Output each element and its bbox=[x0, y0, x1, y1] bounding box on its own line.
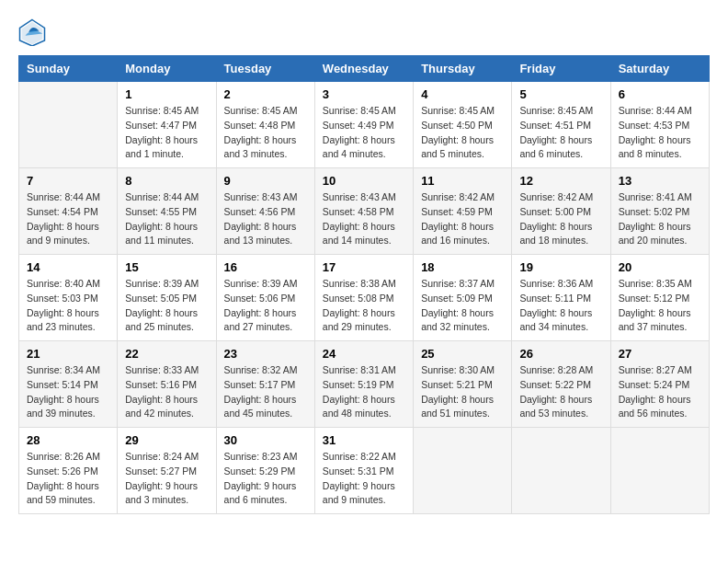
day-number: 6 bbox=[619, 87, 701, 101]
day-number: 18 bbox=[421, 260, 504, 274]
day-number: 2 bbox=[224, 87, 307, 101]
day-info: Sunrise: 8:33 AMSunset: 5:16 PMDaylight:… bbox=[125, 363, 208, 421]
calendar-week-row: 7Sunrise: 8:44 AMSunset: 4:54 PMDaylight… bbox=[19, 168, 710, 255]
day-info: Sunrise: 8:34 AMSunset: 5:14 PMDaylight:… bbox=[27, 363, 109, 421]
day-info: Sunrise: 8:43 AMSunset: 4:56 PMDaylight:… bbox=[224, 190, 307, 248]
day-info: Sunrise: 8:39 AMSunset: 5:06 PMDaylight:… bbox=[224, 277, 307, 335]
calendar-cell: 11Sunrise: 8:42 AMSunset: 4:59 PMDayligh… bbox=[414, 168, 512, 255]
day-info: Sunrise: 8:37 AMSunset: 5:09 PMDaylight:… bbox=[421, 277, 504, 335]
day-number: 10 bbox=[323, 174, 405, 188]
day-info: Sunrise: 8:44 AMSunset: 4:53 PMDaylight:… bbox=[619, 104, 701, 162]
calendar-cell: 21Sunrise: 8:34 AMSunset: 5:14 PMDayligh… bbox=[19, 341, 118, 428]
day-number: 23 bbox=[224, 347, 307, 361]
day-number: 4 bbox=[421, 87, 504, 101]
day-info: Sunrise: 8:23 AMSunset: 5:29 PMDaylight:… bbox=[224, 450, 307, 508]
calendar-week-row: 21Sunrise: 8:34 AMSunset: 5:14 PMDayligh… bbox=[19, 341, 710, 428]
day-number: 30 bbox=[224, 433, 307, 447]
calendar-cell: 12Sunrise: 8:42 AMSunset: 5:00 PMDayligh… bbox=[512, 168, 610, 255]
day-number: 11 bbox=[421, 174, 504, 188]
day-number: 15 bbox=[125, 260, 208, 274]
day-number: 5 bbox=[519, 87, 602, 101]
calendar-cell: 16Sunrise: 8:39 AMSunset: 5:06 PMDayligh… bbox=[216, 255, 314, 341]
calendar-table: SundayMondayTuesdayWednesdayThursdayFrid… bbox=[18, 55, 710, 514]
day-info: Sunrise: 8:43 AMSunset: 4:58 PMDaylight:… bbox=[323, 190, 405, 248]
day-info: Sunrise: 8:27 AMSunset: 5:24 PMDaylight:… bbox=[619, 363, 701, 421]
calendar-cell: 8Sunrise: 8:44 AMSunset: 4:55 PMDaylight… bbox=[118, 168, 216, 255]
day-number: 25 bbox=[421, 347, 504, 361]
calendar-cell bbox=[414, 428, 512, 514]
day-info: Sunrise: 8:41 AMSunset: 5:02 PMDaylight:… bbox=[619, 190, 701, 248]
calendar-cell bbox=[512, 428, 610, 514]
calendar-cell bbox=[610, 428, 709, 514]
calendar-cell: 15Sunrise: 8:39 AMSunset: 5:05 PMDayligh… bbox=[118, 255, 216, 341]
calendar-header-row: SundayMondayTuesdayWednesdayThursdayFrid… bbox=[19, 56, 710, 82]
calendar-cell: 7Sunrise: 8:44 AMSunset: 4:54 PMDaylight… bbox=[19, 168, 118, 255]
day-info: Sunrise: 8:28 AMSunset: 5:22 PMDaylight:… bbox=[519, 363, 602, 421]
calendar-cell bbox=[19, 82, 118, 168]
day-number: 19 bbox=[519, 260, 602, 274]
day-number: 26 bbox=[519, 347, 602, 361]
day-info: Sunrise: 8:45 AMSunset: 4:51 PMDaylight:… bbox=[519, 104, 602, 162]
day-info: Sunrise: 8:22 AMSunset: 5:31 PMDaylight:… bbox=[323, 450, 405, 508]
calendar-cell: 1Sunrise: 8:45 AMSunset: 4:47 PMDaylight… bbox=[118, 82, 216, 168]
calendar-week-row: 1Sunrise: 8:45 AMSunset: 4:47 PMDaylight… bbox=[19, 82, 710, 168]
day-number: 24 bbox=[323, 347, 405, 361]
logo-icon bbox=[18, 18, 46, 46]
day-number: 21 bbox=[27, 347, 109, 361]
logo bbox=[18, 18, 50, 46]
day-info: Sunrise: 8:45 AMSunset: 4:48 PMDaylight:… bbox=[224, 104, 307, 162]
day-number: 3 bbox=[323, 87, 405, 101]
calendar-cell: 18Sunrise: 8:37 AMSunset: 5:09 PMDayligh… bbox=[414, 255, 512, 341]
day-number: 31 bbox=[323, 433, 405, 447]
day-info: Sunrise: 8:44 AMSunset: 4:54 PMDaylight:… bbox=[27, 190, 109, 248]
day-number: 12 bbox=[519, 174, 602, 188]
day-info: Sunrise: 8:26 AMSunset: 5:26 PMDaylight:… bbox=[27, 450, 109, 508]
day-of-week-header: Sunday bbox=[19, 56, 118, 82]
day-info: Sunrise: 8:38 AMSunset: 5:08 PMDaylight:… bbox=[323, 277, 405, 335]
calendar-cell: 30Sunrise: 8:23 AMSunset: 5:29 PMDayligh… bbox=[216, 428, 314, 514]
day-of-week-header: Friday bbox=[512, 56, 610, 82]
calendar-cell: 2Sunrise: 8:45 AMSunset: 4:48 PMDaylight… bbox=[216, 82, 314, 168]
day-info: Sunrise: 8:44 AMSunset: 4:55 PMDaylight:… bbox=[125, 190, 208, 248]
day-info: Sunrise: 8:45 AMSunset: 4:50 PMDaylight:… bbox=[421, 104, 504, 162]
calendar-cell: 26Sunrise: 8:28 AMSunset: 5:22 PMDayligh… bbox=[512, 341, 610, 428]
calendar-cell: 31Sunrise: 8:22 AMSunset: 5:31 PMDayligh… bbox=[314, 428, 413, 514]
calendar-cell: 3Sunrise: 8:45 AMSunset: 4:49 PMDaylight… bbox=[314, 82, 413, 168]
day-number: 29 bbox=[125, 433, 208, 447]
page-header bbox=[18, 18, 710, 46]
calendar-cell: 24Sunrise: 8:31 AMSunset: 5:19 PMDayligh… bbox=[314, 341, 413, 428]
calendar-cell: 20Sunrise: 8:35 AMSunset: 5:12 PMDayligh… bbox=[610, 255, 709, 341]
calendar-week-row: 28Sunrise: 8:26 AMSunset: 5:26 PMDayligh… bbox=[19, 428, 710, 514]
day-number: 27 bbox=[619, 347, 701, 361]
calendar-cell: 19Sunrise: 8:36 AMSunset: 5:11 PMDayligh… bbox=[512, 255, 610, 341]
calendar-cell: 6Sunrise: 8:44 AMSunset: 4:53 PMDaylight… bbox=[610, 82, 709, 168]
calendar-cell: 5Sunrise: 8:45 AMSunset: 4:51 PMDaylight… bbox=[512, 82, 610, 168]
calendar-cell: 23Sunrise: 8:32 AMSunset: 5:17 PMDayligh… bbox=[216, 341, 314, 428]
day-info: Sunrise: 8:45 AMSunset: 4:49 PMDaylight:… bbox=[323, 104, 405, 162]
calendar-week-row: 14Sunrise: 8:40 AMSunset: 5:03 PMDayligh… bbox=[19, 255, 710, 341]
calendar-cell: 17Sunrise: 8:38 AMSunset: 5:08 PMDayligh… bbox=[314, 255, 413, 341]
day-number: 13 bbox=[619, 174, 701, 188]
day-info: Sunrise: 8:42 AMSunset: 5:00 PMDaylight:… bbox=[519, 190, 602, 248]
day-number: 16 bbox=[224, 260, 307, 274]
day-number: 1 bbox=[125, 87, 208, 101]
calendar-cell: 28Sunrise: 8:26 AMSunset: 5:26 PMDayligh… bbox=[19, 428, 118, 514]
day-info: Sunrise: 8:30 AMSunset: 5:21 PMDaylight:… bbox=[421, 363, 504, 421]
day-number: 17 bbox=[323, 260, 405, 274]
day-of-week-header: Saturday bbox=[610, 56, 709, 82]
day-info: Sunrise: 8:42 AMSunset: 4:59 PMDaylight:… bbox=[421, 190, 504, 248]
day-of-week-header: Thursday bbox=[414, 56, 512, 82]
calendar-cell: 27Sunrise: 8:27 AMSunset: 5:24 PMDayligh… bbox=[610, 341, 709, 428]
day-number: 20 bbox=[619, 260, 701, 274]
day-info: Sunrise: 8:24 AMSunset: 5:27 PMDaylight:… bbox=[125, 450, 208, 508]
calendar-cell: 25Sunrise: 8:30 AMSunset: 5:21 PMDayligh… bbox=[414, 341, 512, 428]
calendar-cell: 10Sunrise: 8:43 AMSunset: 4:58 PMDayligh… bbox=[314, 168, 413, 255]
day-of-week-header: Monday bbox=[118, 56, 216, 82]
calendar-cell: 22Sunrise: 8:33 AMSunset: 5:16 PMDayligh… bbox=[118, 341, 216, 428]
calendar-cell: 9Sunrise: 8:43 AMSunset: 4:56 PMDaylight… bbox=[216, 168, 314, 255]
calendar-cell: 14Sunrise: 8:40 AMSunset: 5:03 PMDayligh… bbox=[19, 255, 118, 341]
day-info: Sunrise: 8:45 AMSunset: 4:47 PMDaylight:… bbox=[125, 104, 208, 162]
day-info: Sunrise: 8:32 AMSunset: 5:17 PMDaylight:… bbox=[224, 363, 307, 421]
day-of-week-header: Wednesday bbox=[314, 56, 413, 82]
calendar-cell: 29Sunrise: 8:24 AMSunset: 5:27 PMDayligh… bbox=[118, 428, 216, 514]
